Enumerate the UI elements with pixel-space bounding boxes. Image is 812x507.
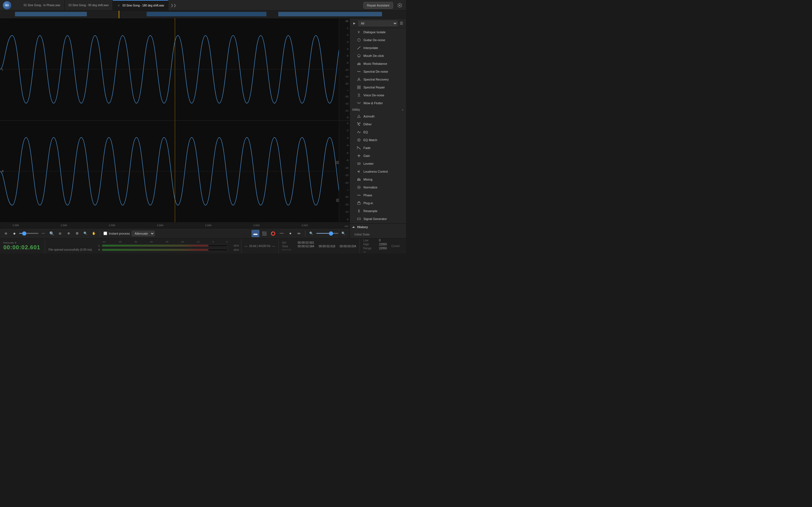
instant-process-area: Instant process Attenuate [103,231,155,236]
mixing-icon [357,177,361,182]
low-row: Low 0 [363,239,387,242]
eq-match-label: EQ Match [363,138,404,142]
module-filter-select[interactable]: All [358,20,398,26]
zoom-in-button[interactable]: ⊖ [56,230,64,237]
waveform-channel-r[interactable]: R -1-2-3-4-6-8-10-15-20∞-20-15-10-8 [0,121,350,222]
zoom-out-button[interactable]: 🔍 [48,230,55,237]
instant-process-checkbox[interactable] [103,231,107,235]
waveform-icon[interactable]: 〰 [40,230,47,237]
zoom-in-left[interactable]: ● [11,230,18,237]
time-select-tool[interactable]: ▬ [252,230,259,237]
phase-icon [357,193,361,198]
eq-label: EQ [363,130,404,134]
module-item-dialogue-isolate[interactable]: 🎙 Dialogue Isolate [350,28,406,36]
svg-rect-33 [359,202,360,203]
tools-right: ▬ ⬛ ⭕ 〰 ✦ ✏ 🔍 🔍 [252,230,347,237]
loudness-control-label: Loudness Control [363,170,404,173]
module-item-fade[interactable]: Fade [350,144,406,152]
utility-label: Utility [352,108,360,111]
tab-3[interactable]: ✕ 03 Sine Gong - 180 deg shift.wav [113,0,168,10]
module-item-eq-match[interactable]: EQ Match [350,136,406,144]
magic-select-tool[interactable]: ✦ [287,230,294,237]
pan-tool-button[interactable]: ✋ [90,230,98,237]
module-item-signal-generator[interactable]: Signal Generator [350,215,406,223]
module-item-guitar-denoise[interactable]: Guitar De-noise [350,36,406,44]
zoom-indicator [336,161,339,178]
module-item-mixing[interactable]: Mixing [350,175,406,183]
play-all-button[interactable]: ▶ [352,20,357,26]
status-bar: h:m:s.ms ▾ 00:00:02.601 File opened succ… [0,238,406,253]
tab-1[interactable]: 01 Sine Gong - In Phase.wav [20,0,64,10]
spectral-denoise-icon [357,69,361,74]
zoom-search-button[interactable]: 🔍 [82,230,89,237]
ruler-track[interactable] [7,11,406,18]
waveform-area[interactable]: L dB-1-2-3-4-6-8-10-15-20∞-20-15-10-8 R [0,18,350,222]
high-row: High 22050 [363,243,387,246]
level-ch-l-label: L [98,244,101,247]
module-item-azimuth[interactable]: Azimuth [350,112,406,120]
fade-icon [357,146,361,150]
module-item-spectral-denoise[interactable]: Spectral De-noise [350,68,406,75]
module-item-loudness-control[interactable]: Loudness Control [350,168,406,175]
svg-rect-34 [357,203,360,205]
module-item-wow-flutter[interactable]: Wow & Flutter [350,99,406,107]
timecode-dropdown-icon[interactable]: ▾ [15,241,16,244]
waveform-type-icon[interactable]: ≋ [2,230,10,237]
tab-overflow[interactable]: ❯❯ [168,3,179,7]
tab-3-close[interactable]: ✕ [117,4,121,8]
time-ruler-bottom: 2.585 2.590 2.595 2.600 2.605 2.610 2.61… [0,222,350,228]
module-item-resample[interactable]: Resample [350,207,406,215]
cursor-row: Cursor [391,244,403,247]
module-item-leveler[interactable]: Leveler [350,160,406,168]
module-item-music-rebalance[interactable]: Music Rebalance [350,60,406,68]
svg-rect-15 [358,123,359,124]
interpolate-icon [357,46,361,50]
zoom-in-waveform[interactable]: 🔍 [340,230,347,237]
mouth-declick-icon [357,54,361,58]
history-header[interactable]: History [350,224,406,230]
gain-label: Gain [363,154,404,158]
module-item-spectral-repair[interactable]: Spectral Repair [350,83,406,91]
mouth-declick-label: Mouth De-click [363,54,404,57]
zoom-slider-right[interactable] [316,233,339,234]
attenuate-select[interactable]: Attenuate [132,231,155,236]
tabs-area: 01 Sine Gong - In Phase.wav 02 Sine Gong… [20,0,363,10]
lasso-select-tool[interactable]: ⭕ [269,230,277,237]
module-item-interpolate[interactable]: Interpolate [350,44,406,52]
svg-rect-14 [357,122,358,123]
module-item-normalize[interactable]: Normalize [350,183,406,191]
module-item-dither[interactable]: Dither [350,120,406,128]
settings-icon[interactable] [395,1,404,10]
history-item-initial[interactable]: Initial State [350,231,406,237]
playhead-marker-top [173,18,177,19]
svg-rect-9 [360,63,360,65]
high-label: High [363,243,374,246]
zoom-fit-button[interactable]: ⊕ [65,230,72,237]
module-item-voice-denoise[interactable]: Voice De-noise [350,91,406,99]
repair-assistant-button[interactable]: Repair Assistant [363,2,393,9]
zoom-select-button[interactable]: ⊠ [73,230,81,237]
right-panel: ▶ All ☰ 🎙 Dialogue Isolate Guitar De-noi… [350,18,406,238]
tab-2[interactable]: 02 Sine Gong - 90 deg shift.wav [64,0,113,10]
module-item-mouth-declick[interactable]: Mouth De-click [350,52,406,60]
module-item-eq[interactable]: EQ [350,128,406,136]
signal-generator-label: Signal Generator [363,217,404,221]
tab-3-label: 03 Sine Gong - 180 deg shift.wav [122,4,164,7]
zoom-out-waveform[interactable]: 🔍 [307,230,315,237]
modules-filter-header: ▶ All ☰ [350,18,406,28]
sel-label: Sel [282,241,293,244]
modules-menu-button[interactable]: ☰ [399,20,404,26]
guitar-denoise-icon [357,38,361,42]
module-item-spectral-recovery[interactable]: Spectral Recovery [350,75,406,83]
module-item-plugin[interactable]: Plug-in [350,199,406,207]
ruler-region-2 [147,12,266,16]
utility-section-header[interactable]: Utility ▲ [350,107,406,112]
module-item-gain[interactable]: Gain [350,152,406,160]
pencil-tool[interactable]: ✏ [295,230,303,237]
freq-select-tool[interactable]: 〰 [278,230,286,237]
zoom-slider[interactable] [19,233,39,234]
sec-label: sec [345,225,349,228]
module-item-phase[interactable]: Phase [350,191,406,199]
waveform-channel-l[interactable]: L dB-1-2-3-4-6-8-10-15-20∞-20-15-10-8 [0,18,350,121]
rect-select-tool[interactable]: ⬛ [260,230,268,237]
